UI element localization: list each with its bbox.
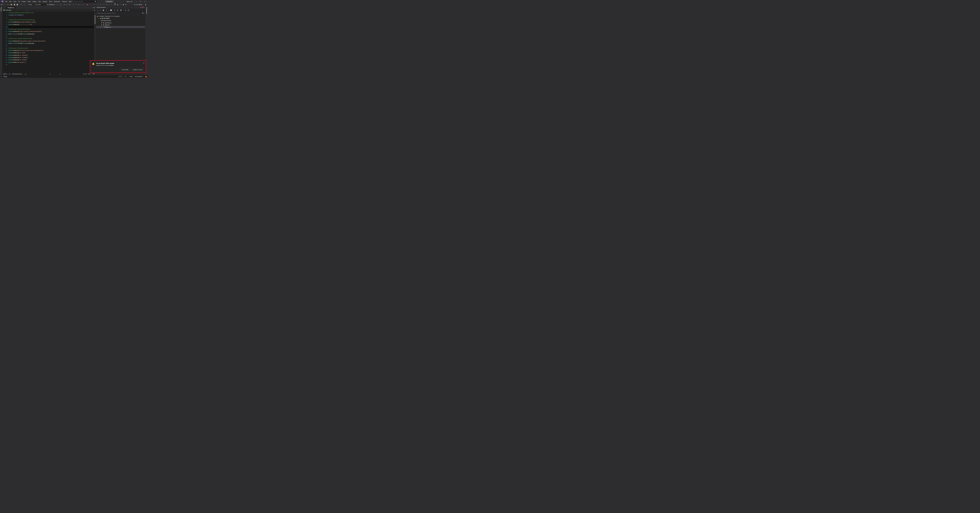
tree-file-gitattributes[interactable]: 🔒 🗎 .gitattributes — [96, 22, 145, 24]
expand-icon[interactable]: ▸ — [100, 20, 101, 21]
tree-solution-root[interactable]: 🔒 ⧉ Solution 'Calculator' (1 of 1 projec… — [96, 15, 145, 17]
tb-icon-13[interactable]: ▥ — [100, 3, 102, 6]
redo-button[interactable]: ↷▾ — [23, 3, 26, 6]
tb-icon-sql[interactable]: SQL — [102, 4, 105, 6]
tb-icon-11[interactable]: 🗑 — [93, 3, 96, 6]
search-input[interactable] — [74, 1, 95, 2]
tb-icon-3[interactable]: ☷▾ — [68, 3, 71, 6]
issues-indicator[interactable]: ● No issues found — [12, 73, 22, 75]
sln-switch-icon[interactable]: ⧉ — [105, 9, 107, 11]
menu-test[interactable]: Test — [37, 0, 41, 3]
update-on-close-button[interactable]: Update on close — [131, 68, 144, 71]
menu-help[interactable]: Help — [68, 0, 72, 3]
sln-collapse-icon[interactable]: 🗐 — [119, 9, 122, 11]
open-button[interactable]: 📂 — [10, 3, 13, 6]
nav-split-button[interactable]: ✚ — [93, 9, 96, 11]
nav-back-button[interactable]: ◉▾ — [0, 3, 3, 6]
tree-file-programcs[interactable]: ▸ ✔ C# Program.cs — [96, 26, 145, 28]
sln-sync-icon[interactable]: ⟲ — [114, 9, 116, 11]
tb-icon-9[interactable]: < — [89, 3, 91, 6]
git-sync-status[interactable]: ↑↓ 3 / 0 ▴ — [117, 76, 123, 78]
cleanup-icon[interactable]: 🧹▾ — [25, 73, 27, 75]
tab-dropdown-icon[interactable]: ▾ — [93, 7, 94, 8]
project-status[interactable]: ◆ Calculator ▴ — [135, 76, 143, 78]
menu-edit[interactable]: Edit — [8, 0, 13, 3]
menu-analyze[interactable]: Analyze — [41, 0, 48, 3]
nav-class-combo[interactable]: ▾ — [28, 9, 60, 11]
expand-icon[interactable]: ▸ — [100, 27, 101, 28]
panel-close-icon[interactable]: ✕ — [143, 7, 145, 8]
tree-dependencies[interactable]: ▸ ▦ Dependencies — [96, 19, 145, 22]
close-button[interactable]: ✕ — [143, 0, 147, 3]
global-search[interactable]: 🔍 — [73, 0, 97, 3]
sln-properties-icon[interactable]: 🔧 — [124, 9, 127, 11]
hot-reload-button[interactable]: 🔥 — [59, 3, 62, 6]
menu-view[interactable]: View — [13, 0, 17, 3]
save-all-button[interactable]: 💾 — [16, 3, 19, 6]
tb-icon-7[interactable]: ◫ — [80, 3, 82, 6]
tb-icon-2[interactable]: ▭ — [65, 3, 68, 6]
sign-in-button[interactable]: Sign in — [126, 1, 133, 2]
code-editor[interactable]: 4567891011121314151617181920212223242526… — [2, 11, 96, 73]
sln-fwd-icon[interactable]: ▶ — [99, 9, 102, 11]
start-nodebug-button[interactable]: ▷ — [56, 3, 58, 6]
nav-fwd-button[interactable]: ▸ — [3, 3, 5, 6]
menu-build[interactable]: Build — [27, 0, 32, 3]
maximize-button[interactable]: ☐ — [138, 0, 143, 3]
browser-link-icon[interactable]: ⎘ — [63, 3, 65, 6]
menu-debug[interactable]: Debug — [32, 0, 38, 3]
solution-search-input[interactable] — [97, 13, 142, 14]
branch-status[interactable]: ᚶ main ▴ — [129, 76, 134, 78]
solution-search[interactable]: 🔍▾ — [96, 12, 145, 14]
menu-git[interactable]: Git — [17, 0, 21, 3]
view-details-button[interactable]: View details — [120, 68, 130, 71]
tree-project[interactable]: ▾ 🔒 C# Calculator — [96, 17, 145, 19]
save-button[interactable]: 💾 — [13, 3, 16, 6]
menu-extensions[interactable]: Extensions — [53, 0, 61, 3]
menu-window[interactable]: Window — [61, 0, 68, 3]
toolbox-side-tab[interactable]: Toolbox — [0, 6, 2, 75]
tb-icon-19[interactable]: ⋮▾ — [119, 3, 122, 6]
new-item-button[interactable]: ✦▾ — [7, 3, 10, 6]
indent-mode[interactable]: SPC — [92, 73, 95, 75]
panel-menu-icon[interactable]: ▾ — [140, 7, 141, 8]
intellicode-icon[interactable]: ⦿ — [9, 73, 10, 75]
tb-icon-4[interactable]: ⊞ — [72, 3, 75, 6]
menu-file[interactable]: File — [4, 0, 8, 3]
zoom-level[interactable]: 100 % ▾ — [3, 73, 7, 75]
tb-icon-10[interactable]: > — [91, 3, 93, 6]
tb-icon-12[interactable]: ☷ — [97, 3, 99, 6]
minimize-button[interactable]: ─ — [134, 0, 138, 3]
bookmark-icon[interactable]: 🔖 — [86, 3, 89, 6]
tree-file-gitignore[interactable]: 🔒 🗎 .gitignore — [96, 24, 145, 26]
nav-member-combo[interactable]: ▾ — [60, 9, 93, 11]
tb-icon-21[interactable]: ⊡ — [125, 3, 127, 6]
document-tab[interactable]: Program.cs — [6, 6, 16, 9]
menu-project[interactable]: Project — [21, 0, 27, 3]
expand-icon[interactable]: ▾ — [98, 18, 99, 19]
start-debug-button[interactable]: ▶Calculator▾ — [47, 3, 56, 6]
tb-icon-14[interactable]: ▦ — [105, 3, 107, 6]
tb-icon-20[interactable]: ▦ — [123, 3, 125, 6]
live-share-button[interactable]: Live Share — [133, 3, 143, 6]
panel-pin-icon[interactable]: 📌 — [142, 7, 143, 8]
sln-back-icon[interactable]: ◀ — [97, 9, 99, 11]
tb-icon-16[interactable]: ☷ — [110, 3, 113, 6]
hscroll-right-icon[interactable]: ▸ — [60, 73, 61, 75]
config-combo[interactable]: Debug▾ — [28, 3, 35, 6]
tab-settings-icon[interactable]: ⚙ — [94, 7, 95, 8]
nav-project-combo[interactable]: C# Calculator▾ — [3, 9, 27, 11]
tb-icon-18[interactable]: ▤ — [116, 3, 119, 6]
tb-icon-5[interactable]: ⊟ — [75, 3, 77, 6]
notification-close-button[interactable]: ✕ — [143, 62, 145, 64]
tb-icon-17[interactable]: ≣ — [114, 3, 116, 6]
tb-icon-15[interactable]: ⊞ — [108, 3, 110, 6]
tb-icon-8[interactable]: ⊡ — [83, 3, 85, 6]
sln-preview-icon[interactable]: ⊟ — [127, 9, 129, 11]
notifications-button[interactable]: 🔔 — [145, 76, 147, 77]
account-icon[interactable] — [145, 3, 147, 6]
undo-button[interactable]: ↶▾ — [20, 3, 23, 6]
platform-combo[interactable]: Any CPU▾ — [35, 3, 47, 6]
hscroll-left-icon[interactable]: ◂ — [49, 73, 50, 75]
menu-tools[interactable]: Tools — [48, 0, 53, 3]
